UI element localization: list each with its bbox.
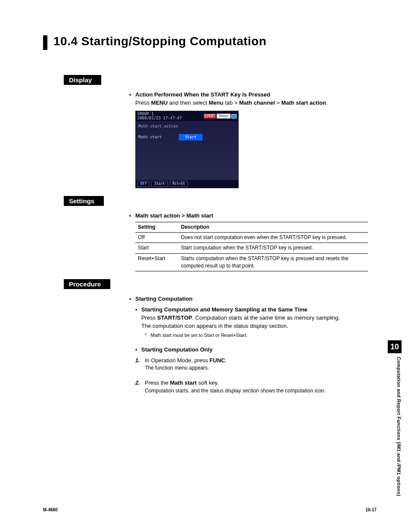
device-screenshot: GROUP 1 2008/01/23 17:47:47 EVENT 1hour … [135,111,239,188]
ss-heading: Math start action [138,124,236,129]
col-description: Description [178,222,368,232]
text-func: FUNC [209,357,225,364]
display-nav-path: Press MENU and then select Menu tab > Ma… [135,99,381,107]
chapter-tab: 10 [388,340,402,353]
text: . [225,357,227,364]
procedure-heading: Starting Computation [135,295,193,303]
title-accent-bar [43,35,47,50]
softkey-rstst: Rst+St [170,181,188,187]
event-badge: EVENT [204,114,216,119]
section-label-procedure: Procedure [64,279,110,289]
cell-setting: Off [135,232,178,243]
cell-desc: Starts computation when the START/STOP k… [178,253,368,271]
chapter-side-label: Computation and Report Functions (/M1 an… [396,357,402,496]
bullet-icon: • [129,295,135,303]
ss-row-label: Math start [138,134,162,140]
ss-timestamp: 2008/01/23 17:47:47 [137,116,182,120]
step-number: 2. [135,379,145,387]
cell-desc: Does not start computation even when the… [178,232,368,243]
procedure-sub2-heading: Starting Computation Only [141,346,212,354]
page-title-row: 10.4 Starting/Stopping Computation [43,34,381,50]
softkey-start: Start [151,181,168,187]
step2-sub: Computation starts, and the status displ… [145,387,381,395]
bullet-icon: • [135,346,141,354]
text: soft key. [197,380,219,386]
bullet-icon: • [129,212,135,220]
text: . [326,100,328,106]
step-number: 1. [135,357,145,365]
section-label-settings: Settings [64,196,104,206]
text-math-start: Math start [170,380,197,386]
text: > [275,100,281,106]
procedure-line: Press START/STOP. Computation starts at … [141,314,381,322]
settings-heading: Math start action > Math start [135,212,213,220]
step1-text: In Operation Mode, press FUNC. [145,357,227,365]
text: Press the [145,380,170,386]
bullet-icon: • [135,306,141,314]
text-menu-tab: Menu [209,100,224,106]
text: In Operation Mode, press [145,357,209,364]
footer-right: 10-17 [365,507,377,512]
text: tab > [223,100,239,106]
cell-setting: Start [135,243,178,253]
procedure-line: The computation icon appears in the stat… [141,322,381,330]
cell-desc: Start computation when the START/STOP ke… [178,243,368,253]
bullet-icon: • [129,91,135,99]
procedure-sub1-heading: Starting Computation and Memory Sampling… [141,306,307,314]
text: . Computation starts at the same time as… [192,314,340,321]
text: and then select [168,100,209,106]
procedure-footnote: * Math start must be set to Start or Res… [145,332,381,339]
text-math-channel: Math channel [239,100,275,106]
settings-table: Setting Description Off Does not start c… [135,222,368,272]
footer-left: M-4660 [43,507,58,512]
text: Press [141,314,157,321]
step2-text: Press the Math start soft key. [145,379,219,387]
ss-value-button: Start [179,134,202,140]
camera-icon [231,114,237,118]
text: Math start must be set to Start or Reset… [150,333,247,338]
ss-group: GROUP 1 [137,112,154,116]
step1-sub: The function menu appears. [145,364,381,372]
page-title: 10.4 Starting/Stopping Computation [53,34,267,48]
text-startstop: START/STOP [157,314,192,321]
text-math-start-action: Math start action [281,100,326,106]
cell-setting: Reset+Start [135,253,178,271]
time-badge: 1hour [217,114,230,119]
display-action-heading: Action Performed When the START Key Is P… [135,91,270,99]
section-label-display: Display [64,75,101,85]
softkey-off: Off [137,181,149,187]
text: Press [135,100,151,106]
text-menu: MENU [151,100,168,106]
col-setting: Setting [135,222,178,232]
